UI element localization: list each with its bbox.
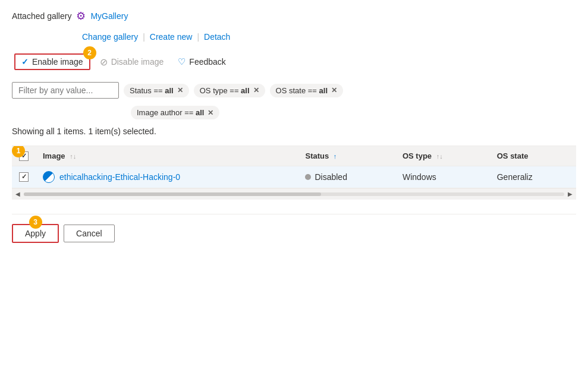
image-type-icon [43,171,55,183]
filter-chip-imageauthor: Image author == all ✕ [131,106,219,119]
filter-input[interactable] [12,82,119,99]
status-cell: Disabled [298,166,395,188]
chip-close-osstate[interactable]: ✕ [331,87,337,94]
feedback-button[interactable]: ♡ Feedback [173,54,230,69]
status-dot-icon [305,174,311,180]
col-header-status: Status ↑ [298,146,395,166]
disable-image-button[interactable]: ⊘ Disable image [95,54,169,70]
cancel-button[interactable]: Cancel [64,225,115,242]
sort-ostype-icon[interactable]: ↑↓ [436,153,443,160]
col-header-osstate: OS state [490,146,576,166]
step-badge-3: 3 [29,216,42,229]
row-checkbox[interactable]: ✓ [19,172,29,182]
bottom-divider [12,214,576,214]
disable-icon: ⊘ [100,56,108,68]
checkmark-icon: ✓ [21,57,29,67]
scroll-track[interactable] [24,192,564,196]
os-type-cell: Windows [395,166,490,188]
gallery-name-link[interactable]: MyGallery [90,11,128,21]
row-checkbox-cell: ✓ [12,166,36,188]
create-new-link[interactable]: Create new [145,30,197,44]
filter-row-2: Image author == all ✕ [12,106,576,119]
horizontal-scrollbar[interactable]: ◀ ▶ [12,188,576,200]
filter-chip-ostype: OS type == all ✕ [194,84,265,97]
step-badge-2: 2 [83,46,96,59]
filter-row: Status == all ✕ OS type == all ✕ OS stat… [12,82,576,99]
gallery-icon: ⚙ [76,10,86,23]
detach-link[interactable]: Detach [199,30,235,44]
chip-close-status[interactable]: ✕ [177,87,183,94]
gallery-label: Attached gallery [12,11,71,21]
scroll-left-arrow[interactable]: ◀ [12,191,24,198]
status-line: Showing all 1 items. 1 item(s) selected. [12,127,576,136]
page-container: Attached gallery ⚙ MyGallery Change gall… [0,0,588,252]
col-header-ostype: OS type ↑↓ [395,146,490,166]
scroll-thumb[interactable] [24,192,321,196]
step-badge-1: 1 [12,146,25,157]
heart-icon: ♡ [178,56,185,67]
gallery-row: Attached gallery ⚙ MyGallery [12,10,576,23]
toolbar-row: 2 ✓ Enable image ⊘ Disable image ♡ Feedb… [12,53,576,70]
filter-chip-osstate: OS state == all ✕ [270,84,343,97]
action-links-row: Change gallery | Create new | Detach [12,30,576,44]
filter-chip-status: Status == all ✕ [124,84,189,97]
scroll-right-arrow[interactable]: ▶ [564,191,576,198]
table-row: ✓ ethicalhacking-Ethical-Hacking-0 Disab… [12,166,576,188]
table-container: 1 ✓ Image ↑↓ Status ↑ [12,146,576,200]
image-name-cell: ethicalhacking-Ethical-Hacking-0 [36,166,298,188]
chip-close-imageauthor[interactable]: ✕ [207,109,213,116]
images-table: 1 ✓ Image ↑↓ Status ↑ [12,146,576,188]
sort-status-icon[interactable]: ↑ [334,153,337,160]
image-name-link[interactable]: ethicalhacking-Ethical-Hacking-0 [59,172,180,182]
sort-image-icon[interactable]: ↑↓ [70,153,76,160]
col-header-image: Image ↑↓ [36,146,298,166]
chip-close-ostype[interactable]: ✕ [253,87,259,94]
select-all-header: 1 ✓ [12,146,36,166]
change-gallery-link[interactable]: Change gallery [77,30,143,44]
enable-image-button[interactable]: ✓ Enable image [14,53,90,70]
os-state-cell: Generaliz [490,166,576,188]
bottom-actions: 3 Apply Cancel [12,224,576,243]
